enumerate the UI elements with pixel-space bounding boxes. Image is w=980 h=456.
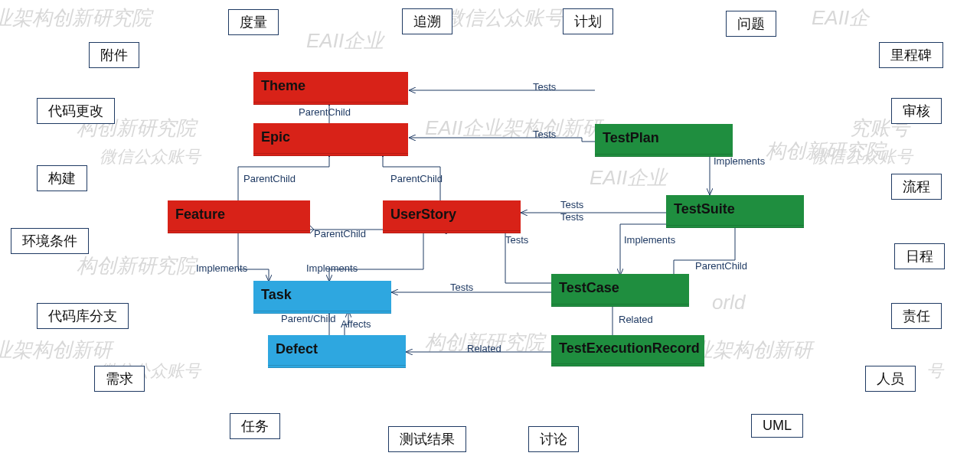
edge-tp-epic: Tests — [533, 129, 556, 140]
entity-userstory: UserStory — [383, 200, 521, 233]
tag-trace: 追溯 — [402, 8, 452, 34]
watermark: 构创新研究院 — [766, 138, 885, 164]
tag-env: 环境条件 — [11, 228, 89, 254]
edge-task-defect: Parent/Child — [281, 313, 336, 324]
watermark: orld — [712, 291, 745, 314]
tag-responsibility: 责任 — [891, 303, 942, 329]
entity-epic: Epic — [253, 123, 408, 156]
edge-tc-us: Tests — [505, 234, 528, 246]
tag-discuss: 讨论 — [528, 426, 579, 452]
tag-plan: 计划 — [563, 8, 613, 34]
tag-uml: UML — [751, 414, 803, 438]
watermark: 业架构创新研究院 — [0, 5, 152, 31]
edge-tp-theme: Tests — [533, 81, 556, 93]
edge-ts-tc-pc: ParentChild — [695, 260, 747, 272]
tag-review: 审核 — [891, 98, 942, 124]
edge-tc-task: Tests — [450, 282, 473, 293]
watermark: EAII企业 — [306, 28, 384, 54]
tag-requirement: 需求 — [94, 366, 145, 392]
entity-testsuite: TestSuite — [666, 195, 804, 228]
edge-feature-us: ParentChild — [314, 228, 366, 239]
entity-defect: Defect — [268, 335, 406, 368]
tag-task-cn: 任务 — [230, 413, 280, 439]
entity-task: Task — [253, 281, 391, 314]
watermark: EAII企业架构创新研 — [425, 115, 602, 142]
watermark: EAII企 — [812, 5, 869, 31]
watermark: 微信公众账号 — [100, 145, 201, 168]
watermark: 构创新研究院 — [77, 252, 196, 279]
watermark: 微信公众账号 — [444, 5, 564, 31]
edge-ts-tc: Implements — [624, 234, 675, 246]
entity-feature: Feature — [168, 200, 310, 233]
entity-testcase: TestCase — [551, 274, 689, 307]
edge-tp-ts: Implements — [714, 155, 765, 167]
edge-feature-task: Implements — [196, 262, 247, 274]
watermark: 业架构创新研 — [0, 337, 112, 363]
tag-codechange: 代码更改 — [37, 98, 115, 124]
edge-tc-ter: Related — [619, 314, 653, 325]
tag-testresult: 测试结果 — [388, 426, 466, 452]
tag-issue: 问题 — [726, 11, 776, 37]
edge-theme-epic: ParentChild — [299, 106, 351, 118]
edge-ts-us2: Tests — [560, 211, 583, 223]
tag-people: 人员 — [865, 366, 916, 392]
watermark: 微信公众账号 — [812, 145, 913, 168]
edge-epic-us: ParentChild — [390, 173, 443, 184]
tag-branch: 代码库分支 — [37, 303, 129, 329]
edge-ts-us: Tests — [560, 199, 583, 210]
tag-process: 流程 — [891, 174, 942, 200]
watermark: 号 — [926, 360, 943, 383]
tag-metric: 度量 — [228, 9, 279, 35]
entity-ter: TestExecutionRecord — [551, 335, 704, 366]
tag-milestone: 里程碑 — [879, 42, 943, 68]
watermark: 业架构创新研 — [693, 337, 812, 363]
edge-defect-task: Affects — [341, 318, 371, 330]
edge-ter-defect: Related — [467, 343, 501, 354]
edge-epic-feature: ParentChild — [243, 173, 296, 184]
tag-schedule: 日程 — [894, 243, 945, 269]
tag-attachment: 附件 — [89, 42, 139, 68]
tag-build: 构建 — [37, 165, 87, 191]
watermark: EAII企业 — [590, 164, 667, 191]
entity-testplan: TestPlan — [595, 124, 733, 157]
entity-theme: Theme — [253, 72, 408, 105]
edge-us-task: Implements — [306, 262, 358, 274]
